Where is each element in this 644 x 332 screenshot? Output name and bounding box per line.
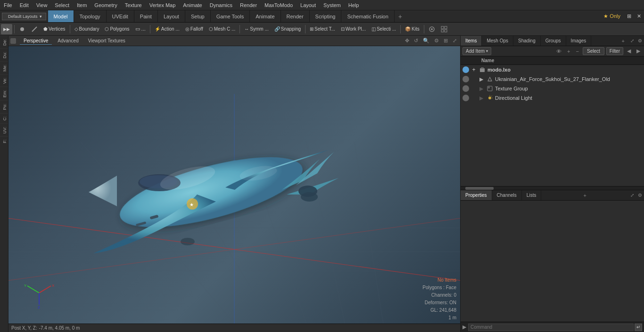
prop-tab-plus[interactable]: + <box>580 192 589 199</box>
tab-animate[interactable]: Animate <box>250 10 281 22</box>
tab-close-button[interactable]: ✕ <box>634 12 644 20</box>
lp-tab-pol[interactable]: Po: <box>0 100 8 113</box>
panel-tab-groups[interactable]: Groups <box>541 36 566 46</box>
menu-dynamics[interactable]: Dynamics <box>206 1 236 9</box>
select-button[interactable]: Select <box>583 47 604 55</box>
panel-tab-meshops[interactable]: Mesh Ops <box>482 36 513 46</box>
toolbar-mode-btn[interactable]: ▶▶ <box>1 24 12 34</box>
command-run-btn[interactable]: ↵ <box>635 324 642 331</box>
tab-layout[interactable]: Layout <box>158 10 185 22</box>
tree-row-3[interactable]: ▶ Directional Light <box>461 93 644 103</box>
command-arrow[interactable]: ▶ <box>462 324 466 330</box>
viewport-toggle[interactable] <box>10 38 16 44</box>
lp-tab-c[interactable]: C: <box>0 113 8 123</box>
toolbar-point-btn[interactable] <box>17 24 28 34</box>
items-expand-btn[interactable]: ▶ <box>635 47 642 55</box>
menu-geometry[interactable]: Geometry <box>91 1 121 9</box>
scrollbar-thumb[interactable] <box>465 187 494 190</box>
items-plus-btn[interactable]: + <box>565 48 572 55</box>
menu-layout[interactable]: Layout <box>297 1 320 9</box>
toolbar-symm-btn[interactable]: ↔ Symm ... <box>242 24 271 34</box>
tree-expand-1[interactable]: ▶ <box>478 76 485 82</box>
menu-maxtomodo[interactable]: MaxToModo <box>261 1 297 9</box>
prop-settings-btn[interactable]: ⚙ <box>636 192 644 199</box>
menu-vertex-map[interactable]: Vertex Map <box>146 1 180 9</box>
toolbar-workplane-btn[interactable]: ⊡ Work Pl... <box>339 24 368 34</box>
toolbar-select-type-btn[interactable]: ⊞ Select T... <box>307 24 338 34</box>
menu-animate[interactable]: Animate <box>179 1 206 9</box>
tab-model[interactable]: Model <box>48 10 74 22</box>
toolbar-selecti-btn[interactable]: ◫ Selecti ... <box>369 24 398 34</box>
tab-setup[interactable]: Setup <box>185 10 211 22</box>
items-minus-btn[interactable]: − <box>574 48 581 55</box>
vp-zoom-btn[interactable]: 🔍 <box>421 38 431 44</box>
vp-layout-btn[interactable]: ⊞ <box>442 38 449 44</box>
vp-settings-btn[interactable]: ⚙ <box>433 38 440 44</box>
panel-tab-shading[interactable]: Shading <box>513 36 541 46</box>
visibility-btn-0[interactable] <box>462 66 469 73</box>
vp-tab-textures[interactable]: Viewport Textures <box>84 37 129 44</box>
prop-tab-channels[interactable]: Channels <box>492 190 522 200</box>
tab-schematic-fusion[interactable]: Schematic Fusion <box>341 10 394 22</box>
tree-row-1[interactable]: ▶ Ukrainian_Air_Force_Sukhoi_Su_27_Flank… <box>461 74 644 84</box>
tab-star-button[interactable]: ★ Only <box>600 12 624 21</box>
menu-view[interactable]: View <box>33 1 51 9</box>
tab-topology[interactable]: Topology <box>74 10 107 22</box>
toolbar-polygons-btn[interactable]: ⬡ Polygons <box>102 24 132 34</box>
toolbar-action-btn[interactable]: ⚡ Action ... <box>152 24 182 34</box>
items-eye-btn[interactable]: 👁 <box>554 48 563 55</box>
toolbar-mesh-btn[interactable]: ⬡ Mesh C ... <box>206 24 238 34</box>
lp-tab-uv[interactable]: UV: <box>0 123 8 137</box>
toolbar-more-btn[interactable]: ▭ ... <box>133 24 148 34</box>
visibility-btn-1[interactable] <box>462 76 469 82</box>
vp-maximize-btn[interactable]: ⤢ <box>451 38 458 44</box>
layout-select[interactable]: Default Layouts ▾ <box>2 13 46 20</box>
tab-paint[interactable]: Paint <box>134 10 158 22</box>
menu-file[interactable]: File <box>0 1 16 9</box>
vp-move-btn[interactable]: ✥ <box>404 38 411 44</box>
tab-render[interactable]: Render <box>281 10 310 22</box>
toolbar-falloff-btn[interactable]: ◎ Falloff <box>183 24 206 34</box>
items-tree[interactable]: + modo.lxo ▶ Ukrainian_Air_Force_Sukhoi_… <box>461 65 644 186</box>
toolbar-boundary-btn[interactable]: ◇ Boundary <box>72 24 102 34</box>
prop-maximize-btn[interactable]: ⤢ <box>628 192 636 199</box>
vp-rotate-btn[interactable]: ↺ <box>413 38 420 44</box>
prop-tab-lists[interactable]: Lists <box>522 190 542 200</box>
panel-tab-images[interactable]: Images <box>566 36 592 46</box>
tab-maximize-button[interactable]: ⊞ <box>624 12 634 20</box>
panel-tab-items[interactable]: Items <box>461 36 482 46</box>
add-item-button[interactable]: Add Item ▾ <box>462 47 491 55</box>
lp-tab-de[interactable]: De: <box>0 36 8 49</box>
tab-uvedit[interactable]: UVEdit <box>107 10 134 22</box>
toolbar-expand-btn[interactable] <box>438 24 450 34</box>
panel-maximize-btn[interactable]: ⤢ <box>628 37 636 44</box>
menu-edit[interactable]: Edit <box>16 1 33 9</box>
panel-tab-plus[interactable]: + <box>619 37 627 45</box>
menu-item[interactable]: Item <box>73 1 91 9</box>
prop-tab-properties[interactable]: Properties <box>461 190 492 200</box>
items-collapse-btn[interactable]: ◀ <box>625 47 633 55</box>
tab-plus-button[interactable]: + <box>395 11 406 22</box>
lp-tab-mes[interactable]: Me: <box>0 61 8 74</box>
vp-tab-perspective[interactable]: Perspective <box>20 37 52 45</box>
menu-render[interactable]: Render <box>236 1 261 9</box>
toolbar-view-btn[interactable] <box>426 24 438 34</box>
command-input[interactable] <box>468 324 634 331</box>
panel-settings-btn[interactable]: ⚙ <box>636 37 644 44</box>
lp-tab-em[interactable]: Em: <box>0 87 8 100</box>
viewport[interactable]: ★ X Y Z No Items Polygons : <box>8 46 460 324</box>
menu-system[interactable]: System <box>320 1 345 9</box>
vp-tab-advanced[interactable]: Advanced <box>54 37 82 44</box>
menu-help[interactable]: Help <box>345 1 363 9</box>
toolbar-snapping-btn[interactable]: 🔗 Snapping <box>272 24 303 34</box>
visibility-btn-3[interactable] <box>462 95 469 101</box>
tab-scripting[interactable]: Scripting <box>310 10 342 22</box>
visibility-btn-2[interactable] <box>462 85 469 92</box>
tab-gametools[interactable]: Game Tools <box>211 10 250 22</box>
toolbar-kits-btn[interactable]: 📦 Kits <box>403 24 422 34</box>
lp-tab-ver[interactable]: Ve: <box>0 74 8 87</box>
tree-expand-2[interactable]: ▶ <box>478 85 485 92</box>
lp-tab-f[interactable]: F: <box>0 136 8 146</box>
tree-row-0[interactable]: + modo.lxo <box>461 65 644 74</box>
menu-select[interactable]: Select <box>51 1 73 9</box>
